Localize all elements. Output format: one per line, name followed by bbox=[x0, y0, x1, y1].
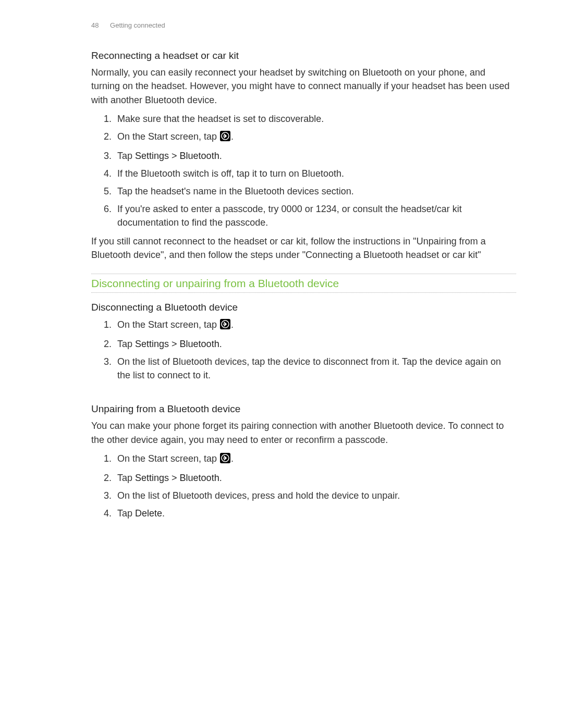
step-text: . bbox=[231, 453, 234, 464]
reconnecting-intro: Normally, you can easily reconnect your … bbox=[91, 66, 516, 106]
list-item: On the list of Bluetooth devices, tap th… bbox=[114, 355, 516, 382]
page-header: 48 Getting connected bbox=[91, 21, 516, 31]
step-text: . bbox=[231, 131, 234, 142]
list-item: Tap Settings > Bluetooth. bbox=[114, 337, 516, 351]
disconnecting-steps: On the Start screen, tap . Tap Settings … bbox=[91, 318, 516, 382]
document-page: 48 Getting connected Reconnecting a head… bbox=[0, 0, 563, 546]
list-item: On the Start screen, tap . bbox=[114, 130, 516, 145]
unpairing-steps: On the Start screen, tap . Tap Settings … bbox=[91, 452, 516, 520]
list-item: On the list of Bluetooth devices, press … bbox=[114, 489, 516, 502]
step-text: On the Start screen, tap bbox=[117, 319, 219, 330]
list-item: Tap Settings > Bluetooth. bbox=[114, 149, 516, 163]
step-text: . bbox=[219, 151, 222, 161]
list-item: On the Start screen, tap . bbox=[114, 318, 516, 333]
arrow-icon bbox=[220, 319, 230, 333]
reconnecting-outro: If you still cannot reconnect to the hea… bbox=[91, 235, 516, 262]
step-text: Tap bbox=[117, 508, 135, 519]
step-text: Tap bbox=[117, 473, 135, 483]
list-item: Tap Delete. bbox=[114, 507, 516, 520]
heading-reconnecting: Reconnecting a headset or car kit bbox=[91, 48, 516, 63]
ui-label: Delete bbox=[135, 508, 162, 519]
list-item: Tap Settings > Bluetooth. bbox=[114, 471, 516, 485]
step-text: . bbox=[162, 508, 165, 519]
step-text: . bbox=[219, 339, 222, 349]
step-text: On the Start screen, tap bbox=[117, 453, 219, 464]
step-text: . bbox=[231, 319, 234, 330]
list-item: On the Start screen, tap . bbox=[114, 452, 516, 467]
ui-path: Settings > Bluetooth bbox=[135, 473, 219, 483]
list-item: Make sure that the headset is set to dis… bbox=[114, 112, 516, 126]
heading-disconnecting: Disconnecting a Bluetooth device bbox=[91, 300, 516, 315]
chapter-title: Getting connected bbox=[110, 21, 165, 29]
reconnecting-steps: Make sure that the headset is set to dis… bbox=[91, 112, 516, 230]
step-text: Tap bbox=[117, 339, 135, 349]
step-text: On the Start screen, tap bbox=[117, 131, 219, 142]
ui-path: Settings > Bluetooth bbox=[135, 339, 219, 349]
ui-path: Settings > Bluetooth bbox=[135, 151, 219, 161]
heading-unpairing: Unpairing from a Bluetooth device bbox=[91, 402, 516, 416]
list-item: Tap the headset's name in the Bluetooth … bbox=[114, 184, 516, 198]
step-text: . bbox=[219, 473, 222, 483]
page-number: 48 bbox=[91, 21, 99, 29]
arrow-icon bbox=[220, 453, 230, 467]
unpairing-intro: You can make your phone forget its pairi… bbox=[91, 419, 516, 446]
step-text: Tap bbox=[117, 151, 135, 161]
arrow-icon bbox=[220, 131, 230, 145]
section-heading: Disconnecting or unpairing from a Blueto… bbox=[91, 274, 516, 293]
list-item: If you're asked to enter a passcode, try… bbox=[114, 202, 516, 229]
list-item: If the Bluetooth switch is off, tap it t… bbox=[114, 167, 516, 180]
